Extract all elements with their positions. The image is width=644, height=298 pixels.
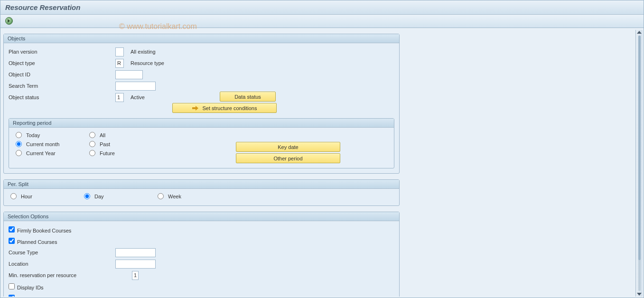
scroll-thumb[interactable] bbox=[638, 36, 641, 260]
radio-current-month[interactable]: Current month bbox=[16, 141, 89, 147]
group-reporting-period-title: Reporting period bbox=[9, 119, 394, 128]
radio-day-input[interactable] bbox=[84, 193, 90, 199]
row-course-type: Course Type bbox=[9, 247, 394, 258]
desc-object-status: Active bbox=[131, 94, 145, 100]
row-plan-version: Plan version All existing bbox=[9, 46, 394, 57]
page-title: Resource Reservation bbox=[5, 3, 80, 11]
row-location: Location bbox=[9, 258, 394, 270]
group-per-split: Per. Split Hour Day Week bbox=[3, 179, 400, 206]
per-split-row: Hour Day Week bbox=[9, 192, 394, 201]
label-object-id: Object ID bbox=[9, 72, 115, 77]
row-display-days-off: Display days off (only daily period spli… bbox=[9, 292, 394, 297]
execute-icon[interactable] bbox=[5, 17, 13, 25]
group-reporting-period: Reporting period Today All Current month… bbox=[9, 118, 394, 168]
input-search-term[interactable] bbox=[115, 82, 156, 91]
chk-planned[interactable]: Planned Courses bbox=[9, 238, 57, 245]
group-objects-body: Plan version All existing Object type Re… bbox=[4, 43, 399, 173]
radio-row-2: Current month Past bbox=[9, 140, 169, 149]
label-course-type: Course Type bbox=[9, 250, 115, 255]
chk-firmly-booked-input[interactable] bbox=[9, 226, 15, 233]
data-status-label: Data status bbox=[234, 94, 261, 100]
scroll-up-icon[interactable] bbox=[637, 31, 642, 34]
sap-window: Resource Reservation © www.tutorialkart.… bbox=[0, 0, 644, 298]
chk-display-ids-input[interactable] bbox=[9, 283, 15, 289]
radio-all[interactable]: All bbox=[89, 132, 163, 138]
input-min-res[interactable] bbox=[132, 271, 139, 280]
label-object-type: Object type bbox=[9, 60, 115, 66]
chk-display-days-off-input[interactable] bbox=[9, 295, 15, 297]
group-selection-body: Firmly Booked Courses Planned Courses Co… bbox=[4, 221, 399, 297]
data-status-button[interactable]: Data status bbox=[220, 92, 276, 102]
vertical-scrollbar[interactable] bbox=[635, 30, 643, 297]
group-selection-title: Selection Options bbox=[4, 212, 399, 221]
scroll-down-icon[interactable] bbox=[637, 293, 642, 296]
radio-all-input[interactable] bbox=[89, 132, 95, 138]
label-search-term: Search Term bbox=[9, 83, 115, 89]
content-area: Objects Plan version All existing Object… bbox=[1, 30, 635, 297]
chk-planned-input[interactable] bbox=[9, 238, 15, 244]
desc-plan-version: All existing bbox=[131, 49, 156, 55]
input-course-type[interactable] bbox=[115, 248, 156, 257]
key-date-button[interactable]: Key date bbox=[236, 142, 340, 152]
radio-day[interactable]: Day bbox=[84, 193, 158, 199]
set-structure-button[interactable]: Set structure conditions bbox=[172, 103, 277, 113]
radio-today[interactable]: Today bbox=[16, 132, 89, 138]
label-min-res: Min. reservation per resource bbox=[9, 272, 132, 278]
chk-display-ids[interactable]: Display IDs bbox=[9, 283, 44, 290]
content-outer: Objects Plan version All existing Object… bbox=[1, 30, 643, 297]
set-structure-label: Set structure conditions bbox=[203, 105, 257, 111]
row-min-res: Min. reservation per resource bbox=[9, 270, 394, 281]
radio-current-month-input[interactable] bbox=[16, 141, 22, 147]
input-object-id[interactable] bbox=[115, 70, 143, 79]
period-buttons: Key date Other period bbox=[236, 142, 340, 163]
input-location[interactable] bbox=[115, 260, 156, 269]
row-search-term: Search Term bbox=[9, 80, 394, 92]
desc-object-type: Resource type bbox=[131, 60, 164, 66]
radio-row-3: Current Year Future bbox=[9, 149, 169, 158]
radio-current-year[interactable]: Current Year bbox=[16, 150, 89, 156]
row-object-status: Object status Active Data status bbox=[9, 92, 394, 103]
radio-today-input[interactable] bbox=[16, 132, 22, 138]
label-object-status: Object status bbox=[9, 94, 115, 100]
input-object-status[interactable] bbox=[115, 93, 124, 102]
radio-future[interactable]: Future bbox=[89, 150, 163, 156]
radio-past[interactable]: Past bbox=[89, 141, 163, 147]
title-bar: Resource Reservation bbox=[0, 0, 644, 15]
other-period-label: Other period bbox=[273, 156, 302, 161]
radio-past-input[interactable] bbox=[89, 141, 95, 147]
group-selection-options: Selection Options Firmly Booked Courses … bbox=[3, 212, 400, 297]
row-planned: Planned Courses bbox=[9, 235, 394, 247]
label-plan-version: Plan version bbox=[9, 49, 115, 55]
row-structure-btn: Set structure conditions bbox=[9, 103, 394, 114]
row-display-ids: Display IDs bbox=[9, 281, 394, 292]
chk-display-days-off[interactable]: Display days off (only daily period spli… bbox=[9, 295, 107, 297]
row-object-id: Object ID bbox=[9, 69, 394, 80]
group-objects: Objects Plan version All existing Object… bbox=[3, 34, 400, 174]
radio-future-input[interactable] bbox=[89, 150, 95, 156]
application-toolbar bbox=[0, 15, 644, 28]
radio-row-1: Today All bbox=[9, 130, 169, 140]
key-date-label: Key date bbox=[278, 144, 298, 150]
group-objects-title: Objects bbox=[4, 34, 399, 43]
other-period-button[interactable]: Other period bbox=[236, 153, 340, 163]
arrow-right-icon bbox=[192, 106, 199, 111]
row-object-type: Object type Resource type bbox=[9, 57, 394, 69]
label-location: Location bbox=[9, 261, 115, 267]
scroll-track[interactable] bbox=[638, 36, 641, 291]
input-object-type[interactable] bbox=[115, 59, 124, 68]
radio-hour-input[interactable] bbox=[10, 193, 17, 199]
group-per-split-title: Per. Split bbox=[4, 180, 399, 189]
group-per-split-body: Hour Day Week bbox=[4, 189, 399, 205]
radio-week[interactable]: Week bbox=[158, 193, 231, 199]
radio-hour[interactable]: Hour bbox=[10, 193, 84, 199]
chk-firmly-booked[interactable]: Firmly Booked Courses bbox=[9, 226, 71, 233]
input-plan-version[interactable] bbox=[115, 47, 124, 56]
row-firmly-booked: Firmly Booked Courses bbox=[9, 224, 394, 235]
radio-week-input[interactable] bbox=[158, 193, 164, 199]
radio-current-year-input[interactable] bbox=[16, 150, 22, 156]
